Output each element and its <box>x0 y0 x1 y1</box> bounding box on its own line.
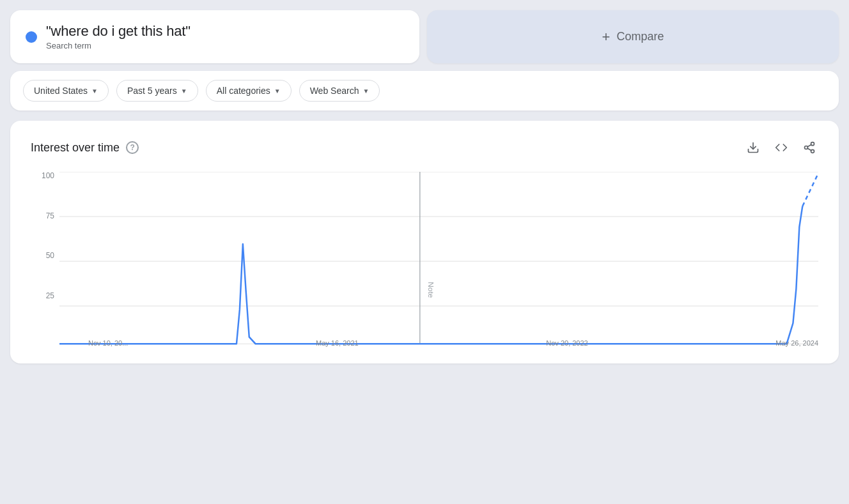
y-axis: 100 75 50 25 <box>31 172 59 332</box>
x-label-1: Nov 10, 20... <box>88 339 128 347</box>
filter-category[interactable]: All categories ▼ <box>206 80 292 102</box>
chart-title: Interest over time <box>31 141 120 155</box>
embed-icon <box>775 141 788 154</box>
chart-area: 100 75 50 25 Note <box>31 172 818 351</box>
compare-card[interactable]: + Compare <box>427 10 839 63</box>
svg-text:Note: Note <box>427 282 434 298</box>
share-button[interactable] <box>800 139 818 157</box>
filter-time-label: Past 5 years <box>127 86 177 96</box>
chevron-down-icon: ▼ <box>274 88 281 95</box>
filter-category-label: All categories <box>217 86 270 96</box>
chart-svg: Note <box>59 172 818 351</box>
filter-region[interactable]: United States ▼ <box>23 80 109 102</box>
svg-line-4 <box>807 148 811 150</box>
filter-search-type-label: Web Search <box>310 86 359 96</box>
chart-title-row: Interest over time ? <box>31 141 139 155</box>
compare-plus-icon: + <box>602 29 611 45</box>
y-label-100: 100 <box>42 172 54 179</box>
svg-line-13 <box>802 173 818 206</box>
filter-region-label: United States <box>34 86 88 96</box>
download-icon <box>747 141 759 154</box>
search-term-dot <box>26 31 37 43</box>
x-label-3: Nov 20, 2022 <box>546 339 588 347</box>
filters-row: United States ▼ Past 5 years ▼ All categ… <box>10 71 839 111</box>
filter-search-type[interactable]: Web Search ▼ <box>299 80 380 102</box>
chart-header: Interest over time ? <box>31 139 818 157</box>
interest-over-time-card: Interest over time ? <box>10 121 839 363</box>
y-label-25: 25 <box>46 292 54 300</box>
x-label-2: May 16, 2021 <box>316 339 359 347</box>
search-term-main: "where do i get this hat" <box>46 23 191 40</box>
x-axis: Nov 10, 20... May 16, 2021 Nov 20, 2022 … <box>88 335 818 351</box>
chart-inner: Note Nov 10, 20... May 16, 2021 Nov 20, … <box>59 172 818 351</box>
chevron-down-icon: ▼ <box>362 88 369 95</box>
chevron-down-icon: ▼ <box>181 88 187 95</box>
filter-time[interactable]: Past 5 years ▼ <box>116 80 198 102</box>
y-label-50: 50 <box>46 252 54 259</box>
search-term-card: "where do i get this hat" Search term <box>10 10 419 63</box>
search-term-subtitle: Search term <box>46 41 191 50</box>
x-label-4: May 26, 2024 <box>775 339 818 347</box>
svg-line-5 <box>807 144 811 146</box>
share-icon <box>803 141 816 154</box>
download-button[interactable] <box>744 139 762 157</box>
y-label-75: 75 <box>46 212 54 220</box>
chart-actions <box>744 139 818 157</box>
chevron-down-icon: ▼ <box>91 88 98 95</box>
embed-button[interactable] <box>772 139 790 157</box>
search-term-text: "where do i get this hat" Search term <box>46 23 191 50</box>
compare-label: Compare <box>616 30 664 43</box>
help-icon[interactable]: ? <box>126 141 139 154</box>
